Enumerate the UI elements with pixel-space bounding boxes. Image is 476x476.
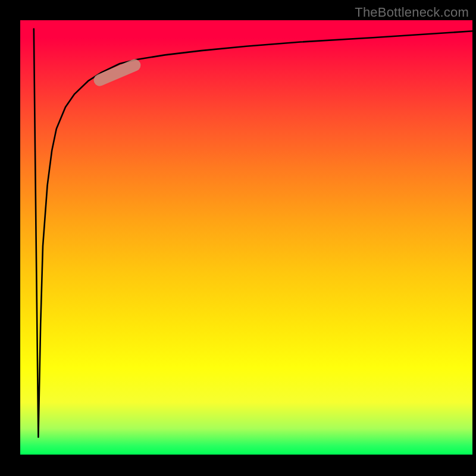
y-axis-band (0, 0, 20, 476)
chart-canvas: TheBottleneck.com (0, 0, 476, 476)
watermark-label: TheBottleneck.com (355, 5, 469, 20)
curve-layer (20, 20, 472, 455)
x-axis-band (0, 455, 476, 476)
bottleneck-curve (34, 29, 472, 437)
